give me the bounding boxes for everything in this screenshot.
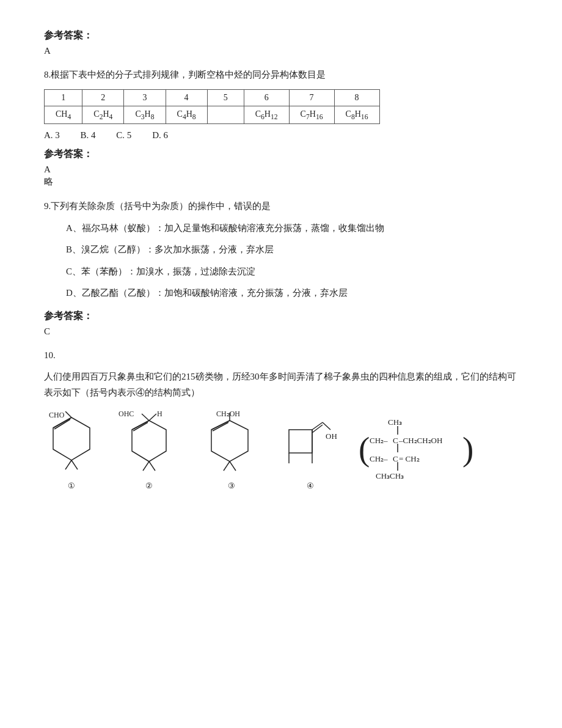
svg-text:CH₂OH: CH₂OH <box>216 411 240 418</box>
struct-1-svg: CHO <box>44 411 99 479</box>
table-header-6: 6 <box>244 89 289 106</box>
table-header-3: 3 <box>124 89 166 106</box>
svg-line-14 <box>149 461 155 471</box>
section-q10: 10. 人们使用四百万只象鼻虫和它们的215磅类物，历经30年多时间弄清了棉子象… <box>44 348 518 491</box>
page: 参考答案： A 8.根据下表中烃的分子式排列规律，判断空格中烃的同分异构体数目是… <box>0 0 562 728</box>
struct-4: OH ④ <box>283 411 338 491</box>
table-cell-6: C6H12 <box>244 106 289 124</box>
section-q8: 8.根据下表中烃的分子式排列规律，判断空格中烃的同分异构体数目是 1 2 3 4… <box>44 67 518 188</box>
svg-line-2 <box>65 460 71 469</box>
section-ref1: 参考答案： A <box>44 29 518 56</box>
ref-title-3: 参考答案： <box>44 310 518 323</box>
q8-text: 8.根据下表中烃的分子式排列规律，判断空格中烃的同分异构体数目是 <box>44 67 518 83</box>
svg-line-13 <box>143 461 149 471</box>
svg-line-11 <box>132 421 149 430</box>
svg-text:= CH₂: = CH₂ <box>399 454 420 463</box>
svg-text:OHC: OHC <box>119 411 134 418</box>
struct-label-1: ① <box>68 481 75 491</box>
q8-option-b: B. 4 <box>81 130 96 140</box>
struct-label-3: ③ <box>228 481 235 491</box>
table-header-4: 4 <box>166 89 207 106</box>
q8-options: A. 3 B. 4 C. 5 D. 6 <box>44 130 518 141</box>
q8-option-c: C. 5 <box>116 130 131 140</box>
struct-3: CH₂OH ③ <box>199 411 263 491</box>
answer-3: C <box>44 326 518 337</box>
struct-1: CHO ① <box>44 411 99 491</box>
svg-line-19 <box>213 422 228 431</box>
svg-line-18 <box>211 421 230 430</box>
svg-line-5 <box>54 419 70 429</box>
q10-line1: 10. <box>44 348 518 364</box>
table-cell-3: C3H8 <box>124 106 166 124</box>
q9-option-b: B、溴乙烷（乙醇）：多次加水振荡，分液，弃水层 <box>44 242 518 258</box>
svg-text:CH₃CH₃: CH₃CH₃ <box>376 471 404 480</box>
struct-2: OHC H ② <box>119 411 180 491</box>
q9-option-a: A、福尔马林（蚁酸）：加入足量饱和碳酸钠溶液充分振荡，蒸馏，收集馏出物 <box>44 221 518 237</box>
q10-line2: 人们使用四百万只象鼻虫和它们的215磅类物，历经30年多时间弄清了棉子象鼻虫的四… <box>44 369 518 400</box>
struct-5: ( CH₃ CH₂– C –CH₂CH₂OH CH₂– C = CH₂ <box>357 411 480 491</box>
svg-text:CH₂–: CH₂– <box>370 436 388 445</box>
struct-3-svg: CH₂OH <box>199 411 263 479</box>
table-header-5: 5 <box>207 89 244 106</box>
answer-1: A <box>44 46 518 56</box>
svg-line-1 <box>65 411 71 417</box>
svg-line-21 <box>230 461 236 471</box>
svg-text:–CH₂CH₂OH: –CH₂CH₂OH <box>398 436 442 445</box>
q9-text: 9.下列有关除杂质（括号中为杂质）的操作中，错误的是 <box>44 199 518 215</box>
answer-2: A <box>44 164 518 175</box>
struct-label-2: ② <box>145 481 153 491</box>
table-cell-1: CH4 <box>45 106 82 124</box>
section-q9: 9.下列有关除杂质（括号中为杂质）的操作中，错误的是 A、福尔马林（蚁酸）：加入… <box>44 199 518 337</box>
table-header-2: 2 <box>82 89 124 106</box>
q9-option-d: D、乙酸乙酯（乙酸）：加饱和碳酸钠溶液，充分振荡，分液，弃水层 <box>44 285 518 301</box>
svg-text:CH₂–: CH₂– <box>370 454 388 463</box>
struct-5-svg: ( CH₃ CH₂– C –CH₂CH₂OH CH₂– C = CH₂ <box>357 411 480 491</box>
struct-2-svg: OHC H <box>119 411 180 479</box>
q8-option-d: D. 6 <box>152 130 168 140</box>
svg-line-12 <box>133 422 148 431</box>
structures-row: CHO ① OHC H <box>44 411 518 491</box>
svg-text:C: C <box>393 454 398 463</box>
table-cell-5 <box>207 106 244 124</box>
svg-line-3 <box>71 460 78 469</box>
table-header-8: 8 <box>334 89 379 106</box>
svg-text:CH₃: CH₃ <box>388 417 402 427</box>
note-2: 略 <box>44 176 518 188</box>
struct-label-4: ④ <box>307 481 314 491</box>
table-cell-4: C4H8 <box>166 106 207 124</box>
svg-marker-0 <box>53 417 90 460</box>
cho-label-1: CHO <box>49 411 65 419</box>
q9-option-c: C、苯（苯酚）：加溴水，振荡，过滤除去沉淀 <box>44 264 518 280</box>
q8-table: 1 2 3 4 5 6 7 8 CH4 C2H4 C3H8 C4H8 C6H12… <box>44 89 380 125</box>
table-cell-8: C8H16 <box>334 106 379 124</box>
svg-line-20 <box>224 461 230 471</box>
table-cell-7: C7H16 <box>289 106 334 124</box>
svg-text:OH: OH <box>326 432 337 441</box>
table-header-1: 1 <box>45 89 82 106</box>
svg-rect-22 <box>289 430 312 453</box>
svg-text:H: H <box>157 411 162 418</box>
table-cell-2: C2H4 <box>82 106 124 124</box>
svg-line-9 <box>149 414 156 421</box>
svg-text:C: C <box>393 436 398 445</box>
ref-title-2: 参考答案： <box>44 148 518 161</box>
table-header-7: 7 <box>289 89 334 106</box>
q8-option-a: A. 3 <box>44 130 60 140</box>
svg-line-26 <box>323 422 330 430</box>
struct-4-svg: OH <box>283 411 338 479</box>
svg-line-7 <box>142 414 149 421</box>
svg-text:(: ( <box>359 430 370 468</box>
svg-text:): ) <box>462 430 473 468</box>
ref-title-1: 参考答案： <box>44 29 518 42</box>
